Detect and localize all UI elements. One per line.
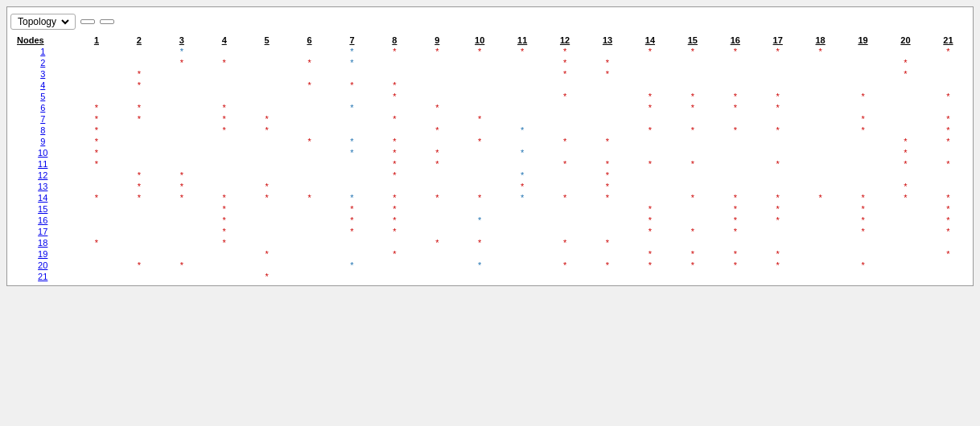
- cell-2-20: *: [884, 57, 927, 68]
- node-cell-14[interactable]: 14: [10, 192, 75, 203]
- red-star: *: [691, 227, 694, 236]
- table-row: 8***********: [10, 125, 970, 136]
- node-cell-6[interactable]: 6: [10, 102, 75, 113]
- red-star: *: [265, 193, 268, 203]
- node-link-19[interactable]: 19: [38, 249, 47, 259]
- red-star: *: [138, 260, 141, 270]
- cell-11-4: [203, 158, 245, 170]
- node-link-11[interactable]: 11: [38, 159, 47, 169]
- cell-8-7: [331, 125, 373, 136]
- node-link-13[interactable]: 13: [38, 182, 47, 191]
- node-cell-8[interactable]: 8: [10, 125, 75, 136]
- cell-8-17: *: [756, 125, 799, 136]
- topology-views-button[interactable]: [80, 19, 95, 24]
- cell-8-6: [288, 125, 331, 136]
- node-cell-11[interactable]: 11: [10, 158, 75, 170]
- topology-select[interactable]: Topology: [14, 15, 72, 28]
- red-star: *: [606, 193, 609, 203]
- node-cell-20[interactable]: 20: [10, 260, 75, 271]
- node-link-20[interactable]: 20: [38, 260, 47, 270]
- cell-18-10: *: [459, 237, 501, 248]
- node-cell-10[interactable]: 10: [10, 147, 75, 158]
- node-cell-21[interactable]: 21: [10, 271, 75, 282]
- node-link-8[interactable]: 8: [40, 125, 45, 135]
- node-link-5[interactable]: 5: [40, 92, 45, 101]
- cell-14-21: *: [927, 192, 970, 203]
- node-cell-9[interactable]: 9: [10, 136, 75, 147]
- cell-11-2: [117, 158, 160, 170]
- node-link-12[interactable]: 12: [38, 170, 47, 180]
- node-cell-13[interactable]: 13: [10, 181, 75, 192]
- node-link-2[interactable]: 2: [40, 58, 45, 68]
- cell-14-7: *: [331, 192, 373, 203]
- col-header-13: 13: [587, 35, 629, 46]
- cell-5-8: *: [373, 91, 416, 102]
- node-cell-18[interactable]: 18: [10, 237, 75, 248]
- red-star: *: [734, 204, 737, 214]
- red-star: *: [138, 80, 141, 90]
- node-link-14[interactable]: 14: [38, 193, 47, 203]
- node-cell-3[interactable]: 3: [10, 68, 75, 80]
- node-link-3[interactable]: 3: [40, 69, 45, 79]
- cell-16-18: [799, 215, 842, 226]
- cell-6-12: [544, 102, 587, 113]
- red-star: *: [307, 58, 311, 68]
- red-star: *: [946, 249, 949, 259]
- node-link-15[interactable]: 15: [38, 204, 47, 214]
- node-link-9[interactable]: 9: [40, 137, 45, 146]
- node-cell-5[interactable]: 5: [10, 91, 75, 102]
- table-row: 16*********: [10, 215, 970, 226]
- blue-star: *: [350, 103, 353, 113]
- cell-12-6: [288, 170, 331, 181]
- red-star: *: [861, 114, 864, 124]
- node-link-6[interactable]: 6: [40, 103, 45, 113]
- node-cell-16[interactable]: 16: [10, 215, 75, 226]
- col-header-2: 2: [117, 35, 160, 46]
- node-cell-7[interactable]: 7: [10, 113, 75, 125]
- refresh-button[interactable]: [100, 19, 114, 24]
- cell-10-18: [799, 147, 842, 158]
- cell-9-9: [416, 136, 459, 147]
- node-link-21[interactable]: 21: [38, 272, 47, 281]
- cell-21-7: [331, 271, 373, 282]
- red-star: *: [138, 193, 141, 203]
- node-cell-19[interactable]: 19: [10, 248, 75, 260]
- node-link-17[interactable]: 17: [38, 227, 47, 236]
- node-link-10[interactable]: 10: [38, 148, 47, 158]
- node-link-18[interactable]: 18: [38, 238, 47, 248]
- node-cell-1[interactable]: 1: [10, 46, 75, 57]
- table-row: 15********: [10, 203, 970, 215]
- cell-13-4: [203, 181, 245, 192]
- red-star: *: [350, 80, 353, 90]
- table-row: 1*************: [10, 46, 970, 57]
- cell-16-2: [117, 215, 160, 226]
- node-link-1[interactable]: 1: [40, 47, 45, 56]
- table-row: 10******: [10, 147, 970, 158]
- node-cell-2[interactable]: 2: [10, 57, 75, 68]
- node-cell-15[interactable]: 15: [10, 203, 75, 215]
- node-cell-12[interactable]: 12: [10, 170, 75, 181]
- node-cell-4[interactable]: 4: [10, 80, 75, 91]
- node-link-7[interactable]: 7: [40, 114, 45, 124]
- cell-6-18: [799, 102, 842, 113]
- cell-8-20: [884, 125, 927, 136]
- cell-14-1: *: [75, 192, 117, 203]
- cell-21-21: [927, 271, 970, 282]
- cell-18-12: *: [544, 237, 587, 248]
- cell-21-10: [459, 271, 501, 282]
- cell-17-5: [245, 226, 288, 237]
- table-row: 18******: [10, 237, 970, 248]
- cell-3-15: [671, 68, 714, 80]
- cell-12-18: [799, 170, 842, 181]
- node-link-4[interactable]: 4: [40, 80, 45, 90]
- cell-7-14: [628, 113, 671, 125]
- cell-14-18: *: [799, 192, 842, 203]
- cell-2-1: [75, 57, 117, 68]
- cell-15-13: [587, 203, 629, 215]
- cell-2-16: [714, 57, 756, 68]
- node-link-16[interactable]: 16: [38, 215, 47, 225]
- topology-select-wrapper[interactable]: Topology: [10, 14, 76, 30]
- cell-1-14: *: [628, 46, 671, 57]
- cell-8-15: *: [671, 125, 714, 136]
- node-cell-17[interactable]: 17: [10, 226, 75, 237]
